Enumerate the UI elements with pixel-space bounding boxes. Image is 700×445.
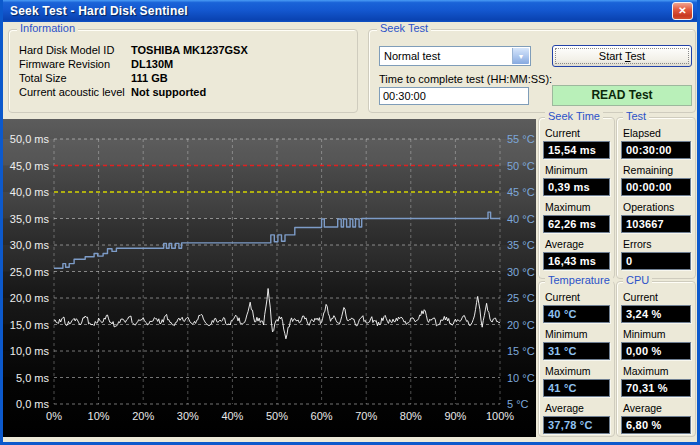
- stat-value: 00:00:00: [621, 178, 691, 196]
- svg-text:0,0 ms: 0,0 ms: [16, 398, 50, 410]
- panel-title: CPU: [623, 274, 652, 286]
- stat-value: 0,39 ms: [543, 178, 610, 196]
- info-label: Hard Disk Model ID: [19, 44, 114, 56]
- info-row: Current acoustic levelNot supported: [19, 86, 357, 100]
- svg-text:50,0 ms: 50,0 ms: [10, 133, 50, 145]
- stat-item: Average6,80 %: [621, 402, 691, 434]
- seek-chart: 0,0 ms5,0 ms10,0 ms15,0 ms20,0 ms25,0 ms…: [3, 119, 536, 437]
- svg-text:15 °C: 15 °C: [507, 345, 535, 357]
- info-label: Total Size: [19, 72, 67, 84]
- panel-title: Temperature: [545, 274, 613, 286]
- panel-cpu: CPUCurrent3,24 %Minimum0,00 %Maximum70,3…: [616, 281, 696, 437]
- stat-label: Remaining: [623, 164, 691, 176]
- svg-text:35,0 ms: 35,0 ms: [10, 213, 50, 225]
- stat-value: 31 °C: [543, 342, 610, 360]
- stat-label: Current: [623, 291, 691, 303]
- stat-value: 41 °C: [543, 379, 610, 397]
- stat-item: Minimum31 °C: [543, 328, 610, 360]
- info-row: Hard Disk Model IDTOSHIBA MK1237GSX: [19, 44, 357, 58]
- chart-background: [3, 119, 536, 437]
- info-label: Firmware Revision: [19, 58, 110, 70]
- info-label: Current acoustic level: [19, 86, 125, 98]
- stat-value: 37,78 °C: [543, 416, 610, 434]
- stat-item: Average37,78 °C: [543, 402, 610, 434]
- stat-item: Elapsed00:30:00: [621, 127, 691, 159]
- svg-text:100%: 100%: [486, 410, 514, 422]
- info-value: TOSHIBA MK1237GSX: [131, 44, 248, 56]
- stat-value: 3,24 %: [621, 305, 691, 323]
- stat-label: Errors: [623, 238, 691, 250]
- chart-svg: 0,0 ms5,0 ms10,0 ms15,0 ms20,0 ms25,0 ms…: [3, 119, 536, 437]
- seek-test-groupbox: Seek Test Normal test ▼ Start Test Time …: [368, 29, 696, 113]
- read-test-button[interactable]: READ Test: [552, 85, 692, 106]
- stat-item: Current40 °C: [543, 291, 610, 323]
- stat-value: 103667: [621, 215, 691, 233]
- panel-temperature: TemperatureCurrent40 °CMinimum31 °CMaxim…: [538, 281, 615, 437]
- stat-value: 00:30:00: [621, 141, 691, 159]
- stat-label: Current: [545, 127, 610, 139]
- stat-item: Maximum62,26 ms: [543, 201, 610, 233]
- stat-item: Current15,54 ms: [543, 127, 610, 159]
- start-test-label: Start: [599, 50, 625, 62]
- stat-item: Remaining00:00:00: [621, 164, 691, 196]
- start-test-label-rest: est: [630, 50, 645, 62]
- test-mode-select[interactable]: Normal test ▼: [379, 46, 531, 66]
- test-mode-selected-value: Normal test: [384, 50, 440, 62]
- svg-text:45 °C: 45 °C: [507, 186, 535, 198]
- svg-text:10 °C: 10 °C: [507, 372, 535, 384]
- info-row: Total Size111 GB: [19, 72, 357, 86]
- svg-text:40,0 ms: 40,0 ms: [10, 186, 50, 198]
- panel-test: TestElapsed00:30:00Remaining00:00:00Oper…: [616, 117, 696, 279]
- info-row: Firmware RevisionDL130M: [19, 58, 357, 72]
- svg-text:40%: 40%: [221, 410, 243, 422]
- svg-text:0%: 0%: [46, 410, 62, 422]
- stat-label: Minimum: [545, 164, 610, 176]
- svg-text:20,0 ms: 20,0 ms: [10, 292, 50, 304]
- stat-value: 62,26 ms: [543, 215, 610, 233]
- stat-label: Average: [623, 402, 691, 414]
- app-window: Seek Test - Hard Disk Sentinel ✕ Informa…: [0, 0, 700, 445]
- svg-text:30 °C: 30 °C: [507, 266, 535, 278]
- svg-text:20%: 20%: [132, 410, 154, 422]
- stat-item: Maximum70,31 %: [621, 365, 691, 397]
- info-value: DL130M: [131, 58, 173, 70]
- window-title: Seek Test - Hard Disk Sentinel: [10, 4, 188, 18]
- stat-item: Minimum0,00 %: [621, 328, 691, 360]
- svg-text:30%: 30%: [177, 410, 199, 422]
- stat-value: 0: [621, 252, 691, 270]
- information-title: Information: [17, 22, 78, 34]
- svg-text:30,0 ms: 30,0 ms: [10, 239, 50, 251]
- svg-text:70%: 70%: [355, 410, 377, 422]
- stat-value: 70,31 %: [621, 379, 691, 397]
- close-icon: ✕: [678, 5, 686, 16]
- close-button[interactable]: ✕: [672, 2, 693, 20]
- svg-text:25 °C: 25 °C: [507, 292, 535, 304]
- stat-label: Maximum: [623, 365, 691, 377]
- time-to-complete-input[interactable]: [379, 87, 529, 105]
- information-rows: Hard Disk Model IDTOSHIBA MK1237GSXFirmw…: [9, 30, 357, 100]
- svg-text:40 °C: 40 °C: [507, 213, 535, 225]
- stat-label: Maximum: [545, 201, 610, 213]
- stat-label: Operations: [623, 201, 691, 213]
- svg-text:50%: 50%: [266, 410, 288, 422]
- info-value: 111 GB: [131, 72, 168, 84]
- stat-label: Minimum: [623, 328, 691, 340]
- svg-text:25,0 ms: 25,0 ms: [10, 266, 50, 278]
- svg-text:50 °C: 50 °C: [507, 160, 535, 172]
- stat-label: Maximum: [545, 365, 610, 377]
- svg-text:60%: 60%: [311, 410, 333, 422]
- svg-text:5,0 ms: 5,0 ms: [16, 372, 50, 384]
- stat-value: 6,80 %: [621, 416, 691, 434]
- stat-value: 16,43 ms: [543, 252, 610, 270]
- start-test-button[interactable]: Start Test: [552, 45, 692, 67]
- stat-label: Average: [545, 238, 610, 250]
- title-bar[interactable]: Seek Test - Hard Disk Sentinel ✕: [3, 0, 697, 22]
- stat-item: Average16,43 ms: [543, 238, 610, 270]
- stat-item: Errors0: [621, 238, 691, 270]
- svg-text:90%: 90%: [444, 410, 466, 422]
- chevron-down-icon: ▼: [512, 48, 529, 64]
- svg-text:5 °C: 5 °C: [507, 398, 529, 410]
- stat-item: Current3,24 %: [621, 291, 691, 323]
- seek-test-title: Seek Test: [377, 22, 431, 34]
- panel-seek-time: Seek TimeCurrent15,54 msMinimum0,39 msMa…: [538, 117, 615, 279]
